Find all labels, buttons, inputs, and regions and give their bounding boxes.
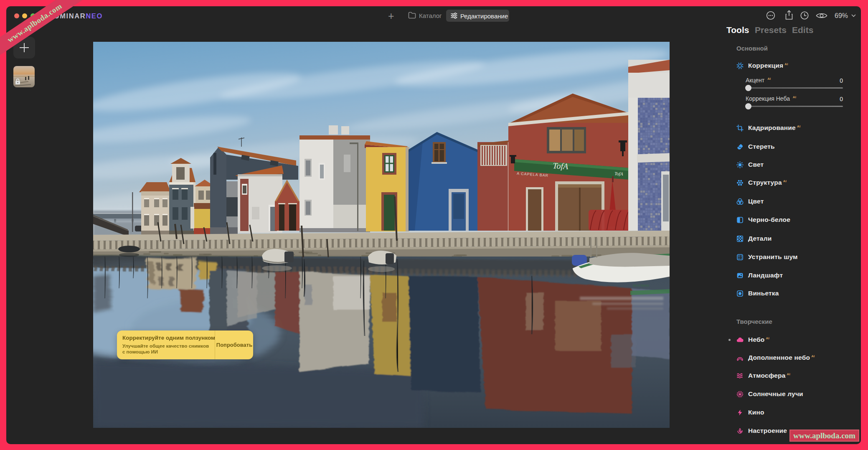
svg-text:MUSTANG: MUSTANG: [633, 284, 649, 287]
svg-text:TofA: TofA: [553, 161, 569, 171]
svg-text:TofA: TofA: [614, 171, 623, 176]
